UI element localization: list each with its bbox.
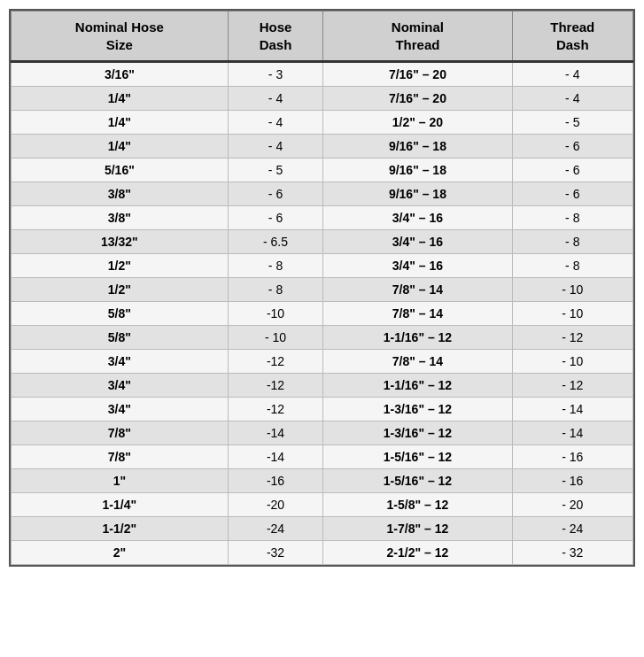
table-row: 3/4"-127/8" – 14- 10 xyxy=(12,350,633,374)
cell-thread-dash: - 6 xyxy=(512,182,632,206)
hose-thread-table: Nominal HoseSize HoseDash NominalThread … xyxy=(11,11,633,565)
cell-hose-dash: -32 xyxy=(228,541,323,565)
main-table-wrapper: Nominal HoseSize HoseDash NominalThread … xyxy=(9,9,635,567)
table-row: 1/2"- 83/4" – 16- 8 xyxy=(12,254,633,278)
cell-hose-dash: -20 xyxy=(228,493,323,517)
cell-thread-dash: - 5 xyxy=(512,111,632,135)
table-row: 1/4"- 47/16" – 20- 4 xyxy=(12,87,633,111)
table-row: 3/8"- 63/4" – 16- 8 xyxy=(12,206,633,230)
cell-thread-dash: - 10 xyxy=(512,278,632,302)
cell-hose-size: 7/8" xyxy=(12,421,229,445)
table-row: 5/8"-107/8" – 14- 10 xyxy=(12,302,633,326)
cell-hose-size: 3/4" xyxy=(12,398,229,421)
table-row: 1-1/2"-241-7/8" – 12- 24 xyxy=(12,517,633,541)
table-row: 3/4"-121-3/16" – 12- 14 xyxy=(12,398,633,421)
cell-hose-dash: - 8 xyxy=(228,278,323,302)
cell-hose-dash: -12 xyxy=(228,350,323,374)
cell-hose-size: 5/8" xyxy=(12,326,229,350)
cell-hose-dash: -14 xyxy=(228,445,323,469)
cell-hose-size: 1/4" xyxy=(12,135,229,158)
cell-thread-dash: - 14 xyxy=(512,421,632,445)
cell-hose-size: 1/2" xyxy=(12,254,229,278)
cell-nominal-thread: 1-1/16" – 12 xyxy=(323,374,512,398)
cell-hose-size: 1-1/4" xyxy=(12,493,229,517)
cell-hose-size: 1/4" xyxy=(12,87,229,111)
cell-hose-dash: - 4 xyxy=(228,87,323,111)
cell-hose-dash: -24 xyxy=(228,517,323,541)
cell-thread-dash: - 16 xyxy=(512,445,632,469)
cell-thread-dash: - 6 xyxy=(512,158,632,182)
cell-hose-size: 7/8" xyxy=(12,445,229,469)
table-row: 5/16"- 59/16" – 18- 6 xyxy=(12,158,633,182)
cell-nominal-thread: 9/16" – 18 xyxy=(323,135,512,158)
cell-thread-dash: - 6 xyxy=(512,135,632,158)
cell-hose-size: 3/4" xyxy=(12,374,229,398)
cell-hose-size: 1/2" xyxy=(12,278,229,302)
cell-nominal-thread: 1-3/16" – 12 xyxy=(323,398,512,421)
cell-thread-dash: - 8 xyxy=(512,254,632,278)
table-row: 3/8"- 69/16" – 18- 6 xyxy=(12,182,633,206)
cell-nominal-thread: 1-5/16" – 12 xyxy=(323,445,512,469)
cell-hose-dash: -16 xyxy=(228,469,323,493)
cell-thread-dash: - 14 xyxy=(512,398,632,421)
table-row: 3/4"-121-1/16" – 12- 12 xyxy=(12,374,633,398)
cell-nominal-thread: 1-5/16" – 12 xyxy=(323,469,512,493)
cell-nominal-thread: 3/4" – 16 xyxy=(323,254,512,278)
cell-thread-dash: - 10 xyxy=(512,350,632,374)
cell-hose-size: 5/16" xyxy=(12,158,229,182)
cell-nominal-thread: 9/16" – 18 xyxy=(323,182,512,206)
cell-thread-dash: - 12 xyxy=(512,374,632,398)
table-body: 3/16"- 37/16" – 20- 41/4"- 47/16" – 20- … xyxy=(12,62,633,565)
cell-nominal-thread: 1-7/8" – 12 xyxy=(323,517,512,541)
cell-thread-dash: - 4 xyxy=(512,87,632,111)
cell-nominal-thread: 9/16" – 18 xyxy=(323,158,512,182)
cell-hose-dash: - 6 xyxy=(228,182,323,206)
cell-hose-dash: - 8 xyxy=(228,254,323,278)
cell-nominal-thread: 7/8" – 14 xyxy=(323,278,512,302)
cell-nominal-thread: 7/8" – 14 xyxy=(323,350,512,374)
cell-hose-dash: - 6 xyxy=(228,206,323,230)
header-nominal-thread: NominalThread xyxy=(323,12,512,62)
cell-hose-size: 5/8" xyxy=(12,302,229,326)
cell-nominal-thread: 2-1/2" – 12 xyxy=(323,541,512,565)
cell-hose-dash: -14 xyxy=(228,421,323,445)
table-row: 1/4"- 41/2" – 20- 5 xyxy=(12,111,633,135)
cell-hose-dash: - 6.5 xyxy=(228,230,323,254)
cell-nominal-thread: 1-5/8" – 12 xyxy=(323,493,512,517)
cell-hose-dash: -12 xyxy=(228,374,323,398)
table-row: 1/4"- 49/16" – 18- 6 xyxy=(12,135,633,158)
cell-thread-dash: - 32 xyxy=(512,541,632,565)
cell-nominal-thread: 3/4" – 16 xyxy=(323,206,512,230)
table-row: 13/32"- 6.53/4" – 16- 8 xyxy=(12,230,633,254)
table-row: 1-1/4"-201-5/8" – 12- 20 xyxy=(12,493,633,517)
cell-thread-dash: - 16 xyxy=(512,469,632,493)
cell-nominal-thread: 3/4" – 16 xyxy=(323,230,512,254)
cell-thread-dash: - 10 xyxy=(512,302,632,326)
table-row: 1"-161-5/16" – 12- 16 xyxy=(12,469,633,493)
cell-hose-size: 3/8" xyxy=(12,206,229,230)
table-row: 5/8"- 101-1/16" – 12- 12 xyxy=(12,326,633,350)
cell-thread-dash: - 4 xyxy=(512,62,632,87)
cell-thread-dash: - 24 xyxy=(512,517,632,541)
cell-hose-dash: -10 xyxy=(228,302,323,326)
cell-hose-dash: - 4 xyxy=(228,135,323,158)
cell-hose-dash: - 4 xyxy=(228,111,323,135)
cell-hose-size: 3/8" xyxy=(12,182,229,206)
cell-hose-dash: - 10 xyxy=(228,326,323,350)
table-row: 7/8"-141-5/16" – 12- 16 xyxy=(12,445,633,469)
table-row: 7/8"-141-3/16" – 12- 14 xyxy=(12,421,633,445)
cell-thread-dash: - 20 xyxy=(512,493,632,517)
cell-nominal-thread: 1-1/16" – 12 xyxy=(323,326,512,350)
cell-hose-size: 13/32" xyxy=(12,230,229,254)
cell-nominal-thread: 1/2" – 20 xyxy=(323,111,512,135)
table-row: 2"-322-1/2" – 12- 32 xyxy=(12,541,633,565)
header-thread-dash: ThreadDash xyxy=(512,12,632,62)
cell-hose-dash: -12 xyxy=(228,398,323,421)
table-row: 1/2"- 87/8" – 14- 10 xyxy=(12,278,633,302)
header-row: Nominal HoseSize HoseDash NominalThread … xyxy=(12,12,633,62)
cell-hose-dash: - 5 xyxy=(228,158,323,182)
header-hose-dash: HoseDash xyxy=(228,12,323,62)
cell-nominal-thread: 7/8" – 14 xyxy=(323,302,512,326)
cell-hose-size: 3/16" xyxy=(12,62,229,87)
cell-nominal-thread: 7/16" – 20 xyxy=(323,87,512,111)
